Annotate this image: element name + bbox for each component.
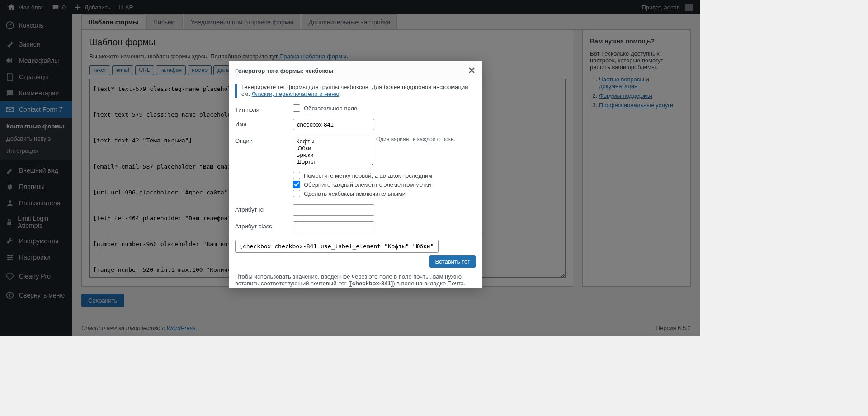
modal-info: Генерируйте тег формы для группы чекбокс…	[235, 84, 476, 98]
exclusive-label: Сделать чекбоксы исключительными	[304, 190, 406, 197]
tag-output[interactable]	[235, 240, 439, 253]
wrap-label-checkbox[interactable]	[293, 181, 300, 188]
options-hint: Один вариант в каждой строке.	[376, 136, 455, 142]
id-attr-label: Атрибут Id	[235, 204, 293, 213]
modal-close-button[interactable]: ✕	[468, 65, 476, 76]
name-label: Имя	[235, 119, 293, 128]
label-first-label: Поместите метку первой, а флажок последн…	[304, 172, 432, 179]
required-label: Обязательное поле	[304, 105, 357, 112]
wrap-label-label: Оберните каждый элемент с элементом метк…	[304, 181, 431, 188]
id-attr-input[interactable]	[293, 204, 374, 216]
insert-tag-button[interactable]: Вставить тег	[429, 255, 476, 268]
exclusive-checkbox[interactable]	[293, 190, 300, 197]
class-attr-input[interactable]	[293, 221, 374, 232]
options-textarea[interactable]	[293, 136, 373, 168]
required-checkbox[interactable]	[293, 104, 300, 112]
options-label: Опции	[235, 136, 293, 144]
name-input[interactable]	[293, 119, 374, 130]
modal-info-link[interactable]: Флажки, переключатели и меню	[252, 90, 340, 97]
class-attr-label: Атрибут class	[235, 221, 293, 230]
modal-footer-note: Чтобы использовать значение, введенное ч…	[235, 268, 476, 287]
label-first-checkbox[interactable]	[293, 172, 300, 179]
field-type-label: Тип поля	[235, 104, 293, 113]
modal-title: Генератор тега формы: чекбоксы	[235, 67, 333, 74]
tag-generator-modal: Генератор тега формы: чекбоксы ✕ Генерир…	[229, 61, 482, 288]
